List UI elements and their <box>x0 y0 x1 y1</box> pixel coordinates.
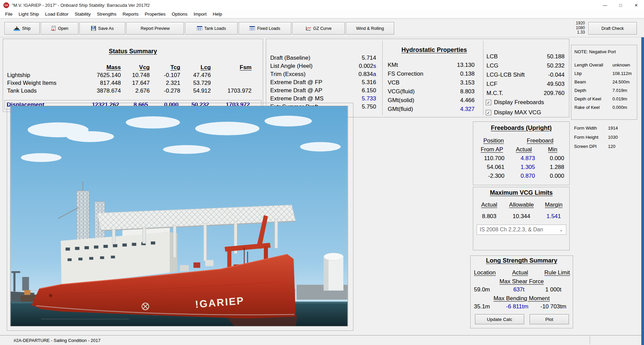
open-button-label: Open <box>58 26 69 31</box>
menu-import[interactable]: Import <box>190 10 209 18</box>
long-value: 50.232 <box>547 61 565 70</box>
draft-value: 5.316 <box>362 79 376 85</box>
ship-button[interactable]: Ship <box>4 22 40 35</box>
tank-loads-button-label: Tank Loads <box>204 26 226 31</box>
fb-min: 1.288 <box>539 164 566 173</box>
fixed-loads-button-label: Fixed Loads <box>257 26 280 31</box>
checkbox-label: Display Freeboards <box>494 99 544 106</box>
display-freeboards-checkbox[interactable]: ✓ Display Freeboards <box>486 99 544 106</box>
draft-value: 0.834 <box>358 71 373 77</box>
status-summary-title: Status Summary <box>3 48 263 55</box>
draft-label: Extreme Draft @ MS <box>270 95 324 103</box>
toolbar: Ship Open Save As Report Preview Tank Lo… <box>0 19 644 37</box>
bending-location: 35.1m <box>474 303 498 311</box>
long-label: LCB <box>486 52 498 61</box>
hydro-label: KMt <box>388 61 398 70</box>
draft-label: Extreme Draft @ FP <box>270 78 322 87</box>
max-vcg-table: Actual Allowable Margin 8.803 10.344 1.5… <box>476 202 567 225</box>
report-preview-button[interactable]: Report Preview <box>126 22 184 35</box>
menu-properties[interactable]: Properties <box>142 10 169 18</box>
long-strength-headers: Location Actual Rule Limit <box>474 269 570 277</box>
info-value: 24.500m <box>612 79 635 84</box>
menu-reports[interactable]: Reports <box>119 10 142 18</box>
max-vcg-panel: Maximum VCG Limits Actual Allowable Marg… <box>473 187 570 250</box>
draft-label: Extreme Draft @ AP <box>270 87 322 95</box>
ls-header-actual: Actual <box>504 269 536 277</box>
long-label: LCG <box>486 61 498 70</box>
fb-from-ap: 110.700 <box>475 155 509 164</box>
gz-curve-button-label: GZ Curve <box>313 26 331 31</box>
shear-rule-limit: 1 000t <box>537 286 570 294</box>
menu-strengths[interactable]: Strengths <box>94 10 119 18</box>
display-max-vcg-checkbox[interactable]: ✓ Display MAX VCG <box>486 109 541 116</box>
status-bar-text: #2A-DEPARTURE - Sailing Condition - 2017 <box>14 338 100 343</box>
fixed-loads-button[interactable]: Fixed Loads <box>239 22 291 35</box>
menu-help[interactable]: Help <box>210 10 225 18</box>
status-summary-panel: Status Summary Mass Vcg Tcg Lcg Fsm Ligh… <box>3 39 263 112</box>
long-value: 209.760 <box>544 89 565 98</box>
info-label: Lbp <box>574 71 612 76</box>
maximize-button[interactable]: □ <box>613 0 628 10</box>
info-label: Depth <box>574 88 612 93</box>
draft-label: Trim (Excess) <box>270 70 306 78</box>
long-strength-panel: Long Strength Summary Location Actual Ru… <box>470 255 573 328</box>
menu-stability[interactable]: Stability <box>72 10 94 18</box>
ls-header-rule-limit: Rule Limit <box>536 269 570 277</box>
wind-rolling-button[interactable]: Wind & Rolling <box>346 22 394 35</box>
long-strength-title: Long Strength Summary <box>471 257 573 264</box>
draft-check-button-label: Draft Check <box>602 26 624 31</box>
menu-bar: File Light Ship Load Editor Stability St… <box>0 10 644 18</box>
info-value: 0.000m <box>612 105 635 110</box>
long-label: LCG-LCB Shift <box>486 70 525 79</box>
save-as-button[interactable]: Save As <box>79 22 125 35</box>
fb-actual: 0.870 <box>509 173 539 181</box>
long-label: M.C.T. <box>486 89 503 98</box>
table-icon <box>197 26 202 31</box>
vcg-allowable: 10.344 <box>502 213 540 225</box>
info-value: 7.019m <box>612 88 635 93</box>
info-label: Beam <box>574 79 612 84</box>
hydro-label: VCG(fluid) <box>388 87 415 96</box>
menu-options[interactable]: Options <box>169 10 191 18</box>
tank-loads-button[interactable]: Tank Loads <box>185 22 238 35</box>
drafts-list: Draft (Baseline)5.714 List Angle (Heel)0… <box>270 54 376 111</box>
info-value: unknown <box>612 62 635 68</box>
menu-load-editor[interactable]: Load Editor <box>42 10 72 18</box>
menu-file[interactable]: File <box>2 10 16 18</box>
vcg-standard-dropdown[interactable]: IS 2008 Ch 2.2,2.3, & Dan ⌄ <box>477 225 566 235</box>
report-preview-button-label: Report Preview <box>141 26 169 31</box>
long-value: 49.503 <box>547 79 565 89</box>
col-header-vcg: Vcg <box>121 64 150 71</box>
gz-curve-button[interactable]: GZ Curve <box>292 22 345 35</box>
open-button[interactable]: Open <box>41 22 78 35</box>
open-icon <box>51 26 56 31</box>
update-calc-button[interactable]: Update Calc <box>475 314 524 324</box>
menu-light-ship[interactable]: Light Ship <box>16 10 42 18</box>
col-header-tcg: Tcg <box>150 64 180 71</box>
plot-button[interactable]: Plot <box>530 314 569 324</box>
ship-button-label: Ship <box>22 26 31 31</box>
fb-from-ap: 54.061 <box>475 164 509 173</box>
plot-label: Plot <box>545 317 553 322</box>
draft-check-button[interactable]: Draft Check <box>588 22 637 35</box>
app-icon: CX <box>3 2 9 8</box>
col-header-mass: Mass <box>72 64 121 71</box>
minimize-button[interactable]: — <box>597 0 613 10</box>
fb-min: 0.000 <box>539 173 566 181</box>
screen-width: 1920 <box>576 21 585 26</box>
cell-tcg: -0.278 <box>150 88 180 94</box>
draft-label: List Angle (Heel) <box>270 62 313 70</box>
hydro-value: 3.153 <box>460 78 475 87</box>
ship-icon <box>14 26 20 31</box>
save-as-button-label: Save As <box>98 26 114 31</box>
close-button[interactable]: ✕ <box>628 0 644 10</box>
draft-suffix: a <box>373 71 376 77</box>
draft-value: 5.750 <box>362 103 376 110</box>
info-label: Length Overall <box>574 62 612 68</box>
table-icon <box>250 26 255 31</box>
info-label: Depth of Keel <box>574 96 612 101</box>
ship-info-panel: NOTE: Negative Port Length Overallunknow… <box>571 45 637 120</box>
chevron-down-icon: ⌄ <box>559 227 563 232</box>
cell-lcg: 47.476 <box>180 72 211 79</box>
shear-row: 59.0m 637t 1 000t <box>474 286 570 294</box>
